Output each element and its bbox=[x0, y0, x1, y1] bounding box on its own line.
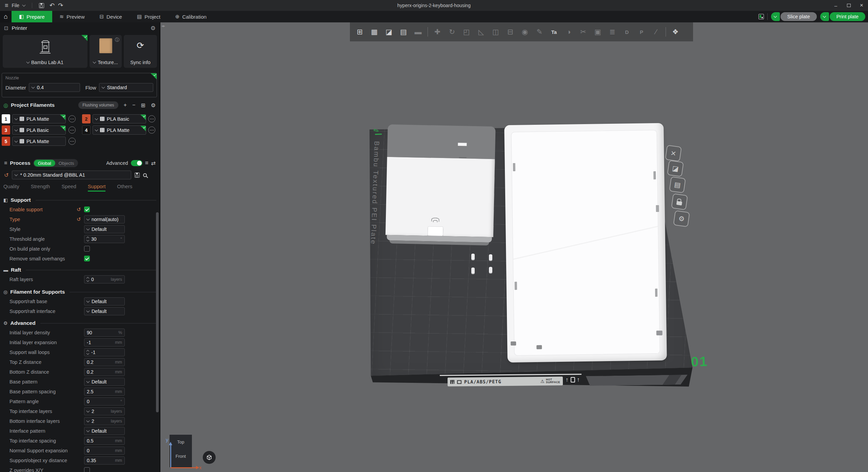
search-icon[interactable] bbox=[143, 173, 147, 177]
tab-speed[interactable]: Speed bbox=[61, 183, 76, 189]
redo-icon[interactable]: ↷ bbox=[58, 2, 63, 9]
remove-small-overhangs-checkbox[interactable] bbox=[84, 256, 90, 261]
sync-info-card[interactable]: ⟳ Sync info bbox=[124, 35, 157, 68]
bottom-z-distance-input[interactable]: 0.2mm bbox=[84, 368, 125, 376]
tab-strength[interactable]: Strength bbox=[31, 183, 50, 189]
seam-painting-icon[interactable]: ▣ bbox=[593, 28, 603, 36]
support-painting-icon[interactable]: ✎ bbox=[534, 28, 545, 36]
rotate-icon[interactable]: ↻ bbox=[447, 28, 457, 36]
filament-1-options-icon[interactable]: ⋯ bbox=[68, 115, 76, 122]
minimize-button[interactable]: – bbox=[829, 0, 842, 11]
tab-project[interactable]: ▤ Project bbox=[130, 11, 168, 22]
preset-list-icon[interactable]: ≡ bbox=[145, 160, 149, 166]
scope-global[interactable]: Global bbox=[34, 160, 55, 166]
printer-card[interactable]: Bambu Lab A1 bbox=[3, 35, 87, 68]
lock-plate-button[interactable] bbox=[671, 193, 688, 210]
split-to-parts-icon[interactable]: ⊟ bbox=[505, 28, 515, 36]
pattern-angle-input[interactable]: 0° bbox=[84, 397, 125, 406]
file-menu[interactable]: File bbox=[12, 3, 20, 8]
viewport-3d[interactable]: ◂▸ ⊞ ▦ ◪ ▤ ▬ ✚ ↻ ◰ ◺ ◫ ⊟ ◉ ✎ Ta ◑ ✂ ▣ ≣ … bbox=[160, 22, 868, 472]
tab-support[interactable]: Support bbox=[88, 183, 106, 189]
scope-objects[interactable]: Objects bbox=[55, 161, 78, 166]
top-interface-spacing-input[interactable]: 0.5mm bbox=[84, 437, 125, 445]
filament-settings-gear-icon[interactable]: ⚙ bbox=[151, 102, 156, 109]
enable-support-checkbox[interactable] bbox=[84, 206, 90, 212]
printer-settings-gear-icon[interactable]: ⚙ bbox=[151, 25, 156, 32]
tab-prepare[interactable]: ◧ Prepare bbox=[12, 11, 52, 22]
slice-plate-button[interactable]: Slice plate bbox=[781, 12, 817, 21]
compare-params-icon[interactable]: ⇄ bbox=[151, 160, 156, 166]
filament-2-swatch[interactable]: 2 bbox=[82, 114, 91, 123]
split-plate-icon[interactable]: ▬ bbox=[413, 28, 423, 36]
assembly-view-icon[interactable]: ❖ bbox=[670, 28, 680, 36]
save-icon[interactable] bbox=[39, 3, 44, 8]
variable-layer-height-icon[interactable]: ≣ bbox=[607, 28, 617, 36]
reset-preset-icon[interactable]: ↺ bbox=[4, 172, 8, 178]
tab-others[interactable]: Others bbox=[117, 183, 132, 189]
cube-face-top[interactable]: Top bbox=[170, 439, 192, 445]
print-dropdown-button[interactable] bbox=[820, 12, 829, 21]
add-plate-icon[interactable]: ▦ bbox=[369, 28, 379, 36]
spinner-icon[interactable] bbox=[87, 277, 89, 281]
hamburger-menu-icon[interactable]: ≡ bbox=[5, 2, 8, 9]
cut-icon[interactable]: ✂ bbox=[578, 28, 588, 36]
tab-device[interactable]: ⊟ Device bbox=[92, 11, 130, 22]
filament-5-select[interactable]: PLA Matte bbox=[12, 137, 66, 146]
spinner-icon[interactable] bbox=[87, 237, 89, 241]
filament-5-options-icon[interactable]: ⋯ bbox=[68, 138, 76, 145]
filament-1-select[interactable]: PLA Matte bbox=[12, 114, 66, 123]
delete-plate-button[interactable]: × bbox=[665, 145, 682, 162]
filament-4-select[interactable]: PLA Matte bbox=[93, 125, 146, 135]
filament-2-select[interactable]: PLA Basic bbox=[93, 114, 146, 123]
tab-calibration[interactable]: ⊕ Calibration bbox=[168, 11, 214, 22]
base-pattern-select[interactable]: Default bbox=[84, 378, 125, 386]
mesh-boolean-icon[interactable]: ◉ bbox=[520, 28, 530, 36]
filament-5-swatch[interactable]: 5 bbox=[2, 137, 10, 146]
model-peg[interactable] bbox=[471, 268, 475, 274]
model-peg[interactable] bbox=[471, 254, 475, 260]
support-type-select[interactable]: normal(auto) bbox=[84, 215, 125, 223]
arrange-icon[interactable]: ▤ bbox=[398, 28, 409, 36]
top-interface-layers-select[interactable]: 2layers bbox=[84, 407, 125, 415]
auto-orient-plate-button[interactable]: ◪ bbox=[667, 160, 684, 177]
measure-d-icon[interactable]: D bbox=[622, 29, 632, 35]
print-plate-button[interactable]: Print plate bbox=[830, 12, 865, 21]
normal-support-expansion-input[interactable]: 0mm bbox=[84, 447, 125, 455]
restore-button[interactable] bbox=[842, 0, 855, 11]
filament-3-select[interactable]: PLA Basic bbox=[12, 125, 66, 135]
text-shape-icon[interactable]: Ta bbox=[549, 29, 559, 35]
add-filament-icon[interactable]: + bbox=[124, 102, 127, 108]
remove-filament-icon[interactable]: − bbox=[132, 102, 135, 108]
close-button[interactable]: × bbox=[855, 0, 868, 11]
measure-icon[interactable]: ∕ bbox=[651, 28, 661, 36]
collapse-sidebar-icon[interactable]: ◂▸ bbox=[161, 24, 165, 28]
model-peg[interactable] bbox=[489, 267, 492, 273]
filament-2-options-icon[interactable]: ⋯ bbox=[148, 115, 155, 122]
filament-4-options-icon[interactable]: ⋯ bbox=[148, 126, 155, 134]
add-object-icon[interactable]: ⊞ bbox=[355, 28, 365, 36]
auto-orient-icon[interactable]: ◪ bbox=[384, 28, 394, 36]
plate-type-card[interactable]: ⓘ Texture... bbox=[90, 35, 122, 68]
cube-face-front[interactable]: Front bbox=[170, 454, 192, 459]
place-on-face-icon[interactable]: ◺ bbox=[476, 28, 486, 36]
nozzle-flow-select[interactable]: Standard bbox=[99, 83, 153, 92]
arrange-plate-button[interactable]: ▤ bbox=[669, 176, 686, 193]
scope-toggle[interactable]: Global Objects bbox=[33, 159, 78, 167]
info-icon[interactable]: ⓘ bbox=[115, 37, 119, 43]
plate-select-chevron-icon[interactable] bbox=[93, 60, 96, 64]
filament-1-swatch[interactable]: 1 bbox=[2, 114, 10, 123]
view-gizmo-button[interactable] bbox=[203, 451, 216, 464]
orientation-cube[interactable]: Top Front bbox=[170, 435, 192, 467]
on-build-plate-only-checkbox[interactable] bbox=[84, 246, 90, 252]
save-preset-icon[interactable] bbox=[135, 173, 140, 178]
scale-icon[interactable]: ◰ bbox=[461, 28, 472, 36]
advanced-toggle[interactable] bbox=[131, 160, 142, 166]
interface-pattern-select[interactable]: Default bbox=[84, 427, 125, 435]
support-style-select[interactable]: Default bbox=[84, 225, 125, 233]
tab-quality[interactable]: Quality bbox=[3, 183, 19, 189]
flushing-volumes-button[interactable]: Flushing volumes bbox=[78, 101, 118, 109]
color-painting-icon[interactable]: ◑ bbox=[564, 28, 574, 36]
plates-list-icon[interactable] bbox=[758, 14, 764, 19]
move-icon[interactable]: ✚ bbox=[432, 28, 442, 36]
ams-sync-icon[interactable]: ⊞ bbox=[141, 102, 145, 109]
